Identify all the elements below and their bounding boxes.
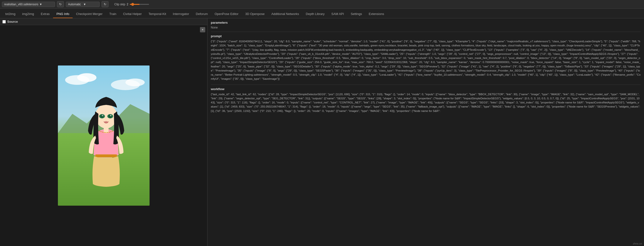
svg-point-2 xyxy=(77,73,96,82)
tab-extensions[interactable]: Extensions xyxy=(366,10,388,18)
clip-skip-label: Clip skip xyxy=(114,3,125,6)
svg-point-4 xyxy=(126,79,145,86)
model-name: realisitian_v60.safetensors xyxy=(4,3,38,6)
divider-1 xyxy=(211,32,640,32)
top-bar: realisitian_v60.safetensors ▼ ↻ Automati… xyxy=(0,0,644,9)
svg-point-16 xyxy=(104,121,108,124)
model-dropdown-arrow: ▼ xyxy=(39,3,53,6)
svg-point-15 xyxy=(110,115,112,116)
svg-point-9 xyxy=(95,104,117,128)
tab-img2img[interactable]: img2img xyxy=(19,10,38,18)
tab-temporal-kit[interactable]: Temporal-Kit xyxy=(145,10,170,18)
tab-extras[interactable]: Extras xyxy=(38,10,53,18)
tab-3d-openpose[interactable]: 3D Openpose xyxy=(242,10,268,18)
prompt-title: prompt xyxy=(211,34,640,38)
source-checkbox[interactable] xyxy=(2,20,6,24)
image-placeholder xyxy=(58,65,150,206)
tab-checkpoint-merger[interactable]: Checkpoint Merger xyxy=(72,10,106,18)
image-svg xyxy=(58,65,150,206)
tab-settings[interactable]: Settings xyxy=(347,10,366,18)
tab-deforum[interactable]: Deforum xyxy=(192,10,211,18)
auto-dropdown-arrow: ▼ xyxy=(83,3,98,6)
image-container[interactable]: × xyxy=(0,25,207,246)
model-selector[interactable]: realisitian_v60.safetensors ▼ xyxy=(2,2,55,7)
svg-rect-7 xyxy=(95,154,117,157)
clip-skip-value: 2 xyxy=(127,3,128,6)
tab-png-info[interactable]: PNG Info xyxy=(53,10,72,18)
parameters-title: parameters xyxy=(211,21,640,24)
parameters-value: None xyxy=(211,26,640,29)
tab-additional-networks[interactable]: Additional Networks xyxy=(268,10,302,18)
tab-train[interactable]: Train xyxy=(106,10,120,18)
tab-txt2img[interactable]: txt2img xyxy=(2,10,19,18)
workflow-content: {"last_node_id": 42, "last_link_id": 62,… xyxy=(211,92,640,113)
prompt-content: {"3": {"inputs": {"seed": 81604095679411… xyxy=(211,39,640,81)
watermark: zhnx.cn xyxy=(633,242,642,245)
left-panel: Source × xyxy=(0,18,208,246)
clip-skip-slider[interactable] xyxy=(130,4,149,5)
tab-interrogator[interactable]: Interrogator xyxy=(170,10,192,18)
tab-sam-api[interactable]: SAM API xyxy=(328,10,347,18)
tab-openpose-editor[interactable]: OpenPose Editor xyxy=(211,10,242,18)
svg-point-14 xyxy=(102,115,103,116)
image-close-button[interactable]: × xyxy=(200,27,205,32)
auto-value: Automatic xyxy=(68,3,82,6)
auto-refresh-btn[interactable]: ↻ xyxy=(102,1,108,7)
auto-selector[interactable]: Automatic ▼ xyxy=(66,2,100,7)
tab-civitai-helper[interactable]: Civitai Helper xyxy=(120,10,145,18)
tab-depth-library[interactable]: Depth Library xyxy=(302,10,328,18)
main-content: Source × xyxy=(0,18,644,246)
workflow-title: workflow xyxy=(211,87,640,91)
source-label: Source xyxy=(7,20,18,24)
nav-tabs: txt2img img2img Extras PNG Info Checkpoi… xyxy=(0,9,644,18)
model-refresh-btn[interactable]: ↻ xyxy=(57,1,64,7)
clip-skip-container: Clip skip 2 xyxy=(114,3,149,6)
source-bar: Source xyxy=(0,18,207,25)
divider-2 xyxy=(211,85,640,85)
right-panel[interactable]: parameters None prompt {"3": {"inputs": … xyxy=(208,18,644,246)
